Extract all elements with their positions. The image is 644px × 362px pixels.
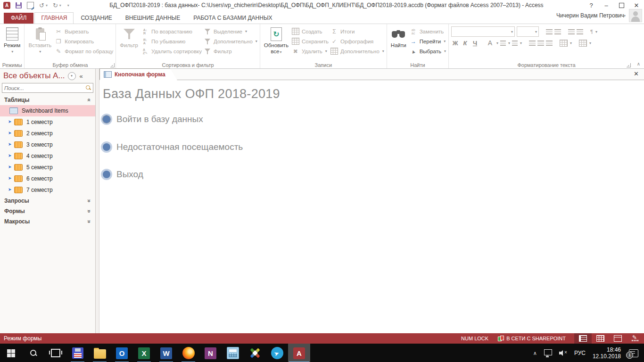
queries-expand-icon[interactable]: »	[86, 199, 93, 203]
datasheet-view-button[interactable]	[592, 333, 609, 344]
format-painter-button[interactable]: ✎ Формат по образцу	[55, 47, 113, 55]
italic-button[interactable]: К	[461, 40, 469, 47]
underline-button[interactable]: Ч	[471, 40, 479, 47]
taskbar-app-colorful-x[interactable]	[244, 344, 266, 362]
tables-collapse-icon[interactable]: «	[86, 99, 93, 102]
macros-expand-icon[interactable]: »	[86, 220, 93, 223]
hidden-icons-chevron-icon[interactable]: ∧	[533, 350, 537, 356]
format-dialog-launcher-icon[interactable]	[627, 63, 631, 67]
tab-home[interactable]: ГЛАВНАЯ	[34, 12, 74, 24]
nav-item-semester-4[interactable]: ➤ 4 семестр	[0, 150, 95, 162]
view-mode-button[interactable]: Режим ▾	[2, 25, 22, 60]
nav-pane-splitter[interactable]	[96, 69, 99, 333]
taskbar-app-calculator[interactable]	[222, 344, 244, 362]
paragraph-direction-icon[interactable]: ¶	[590, 29, 593, 34]
find-button[interactable]: Найти	[389, 25, 408, 60]
goto-button[interactable]: → Перейти ▾	[410, 37, 446, 45]
undo-icon[interactable]: ↺	[39, 2, 44, 8]
tab-create[interactable]: СОЗДАНИЕ	[74, 13, 118, 24]
new-record-button[interactable]: Создать	[292, 27, 329, 35]
taskbar-search-button[interactable]	[22, 344, 44, 362]
nav-item-semester-6[interactable]: ➤ 6 семестр	[0, 173, 95, 184]
paste-button[interactable]: Вставить ▾	[27, 25, 53, 60]
nav-section-macros[interactable]: Макросы »	[0, 216, 95, 227]
nav-item-semester-5[interactable]: ➤ 5 семестр	[0, 162, 95, 173]
tab-external-data[interactable]: ВНЕШНИЕ ДАННЫЕ	[119, 13, 186, 24]
layout-view-button[interactable]	[609, 333, 627, 344]
replace-button[interactable]: abac Заменить	[410, 27, 446, 35]
nav-search-box[interactable]	[2, 83, 93, 93]
bullet-list-icon[interactable]	[546, 29, 553, 34]
language-indicator[interactable]: РУС	[574, 350, 586, 356]
switchboard-circle-icon[interactable]	[103, 143, 110, 151]
avatar[interactable]	[629, 9, 642, 22]
highlight-color-icon[interactable]	[500, 41, 506, 46]
advanced-filter-button[interactable]: Дополнительно ▾	[204, 37, 257, 45]
selection-button[interactable]: Выделение ▾	[204, 27, 257, 35]
switchboard-button-label[interactable]: Недостаточная посещаемость	[116, 142, 243, 152]
fill-color-icon[interactable]	[512, 41, 518, 46]
copy-button[interactable]: ❐ Копировать	[55, 37, 113, 45]
taskbar-app-firefox[interactable]	[177, 344, 199, 362]
network-icon[interactable]	[544, 349, 552, 355]
switchboard-button-attendance[interactable]: Недостаточная посещаемость	[103, 142, 644, 152]
delete-record-button[interactable]: ✖ Удалить ▾	[292, 47, 329, 55]
nav-pane-header[interactable]: Все объекты A... ▾ «	[0, 69, 95, 82]
collapse-ribbon-icon[interactable]: ∧	[637, 61, 640, 66]
taskbar-app-outlook[interactable]: O	[111, 344, 133, 362]
switchboard-button-exit[interactable]: Выход	[103, 169, 644, 180]
taskbar-app-explorer[interactable]	[89, 344, 111, 362]
tab-switchboard-form[interactable]: Кнопочная форма	[99, 68, 177, 80]
taskbar-app-access[interactable]: A	[288, 344, 310, 362]
notification-center-icon[interactable]: 1	[629, 349, 638, 357]
nav-item-semester-3[interactable]: ➤ 3 семестр	[0, 139, 95, 150]
nav-section-queries[interactable]: Запросы »	[0, 196, 95, 206]
alternate-row-color-icon[interactable]	[579, 40, 587, 47]
sharepoint-status[interactable]: В СЕТИ С SHAREPOINT	[498, 336, 566, 341]
align-center-icon[interactable]	[537, 41, 544, 46]
nav-item-semester-7[interactable]: ➤ 7 семестр	[0, 184, 95, 196]
numbered-list-icon[interactable]	[554, 29, 561, 34]
decrease-indent-icon[interactable]	[577, 29, 583, 34]
filter-button[interactable]: Фильтр	[118, 25, 140, 60]
start-button[interactable]	[0, 344, 22, 362]
cut-button[interactable]: ✂ Вырезать	[55, 27, 113, 35]
increase-indent-icon[interactable]	[568, 29, 575, 34]
align-left-icon[interactable]	[529, 41, 536, 46]
redo-dropdown-icon[interactable]: ▾	[59, 3, 61, 8]
volume-muted-icon[interactable]: ×	[559, 350, 567, 356]
account-dropdown-icon[interactable]: ▾	[624, 14, 626, 18]
switchboard-button-label[interactable]: Войти в базу данных	[116, 114, 203, 124]
select-button[interactable]: ▲ Выбрать ▾	[410, 47, 446, 55]
refresh-all-button[interactable]: ↻ Обновить все▾	[263, 25, 290, 60]
font-name-combobox[interactable]: ▾	[451, 26, 515, 37]
save-record-button[interactable]: Сохранить	[292, 37, 329, 45]
switchboard-button-enter[interactable]: Войти в базу данных	[103, 114, 644, 124]
search-input[interactable]	[2, 85, 85, 91]
clock[interactable]: 18:46 12.10.2018	[593, 346, 621, 360]
switchboard-circle-icon[interactable]	[103, 115, 110, 123]
undo-dropdown-icon[interactable]: ▾	[46, 3, 48, 8]
spelling-button[interactable]: ✓ Орфография	[330, 37, 384, 45]
shutter-close-icon[interactable]: «	[80, 73, 83, 80]
toggle-filter-button[interactable]: Фильтр	[204, 47, 257, 55]
gridlines-icon[interactable]	[560, 40, 568, 47]
font-size-combobox[interactable]: ▾	[517, 26, 539, 37]
redo-icon[interactable]: ↻	[53, 2, 58, 8]
form-view-button[interactable]	[574, 333, 592, 344]
switchboard-button-label[interactable]: Выход	[116, 169, 143, 180]
nav-menu-icon[interactable]: ▾	[68, 72, 76, 80]
totals-button[interactable]: Σ Итоги	[330, 27, 384, 35]
remove-sort-button[interactable]: АZ✎ Удалить сортировку	[141, 47, 202, 55]
tab-database-tools[interactable]: РАБОТА С БАЗАМИ ДАННЫХ	[187, 13, 278, 24]
taskbar-app-floppy[interactable]	[66, 344, 89, 362]
nav-item-semester-1[interactable]: ➤ 1 семестр	[0, 116, 95, 128]
account-area[interactable]: Чичерин Вадим Петрович ▾	[556, 9, 642, 22]
nav-item-semester-2[interactable]: ➤ 2 семестр	[0, 128, 95, 139]
design-view-button[interactable]	[627, 333, 644, 344]
sort-ascending-button[interactable]: А↓Я По возрастанию	[141, 27, 202, 35]
save-icon[interactable]	[16, 2, 22, 8]
switchboard-circle-icon[interactable]	[103, 171, 110, 178]
more-records-button[interactable]: Дополнительно ▾	[330, 47, 384, 55]
align-right-icon[interactable]	[546, 41, 553, 46]
